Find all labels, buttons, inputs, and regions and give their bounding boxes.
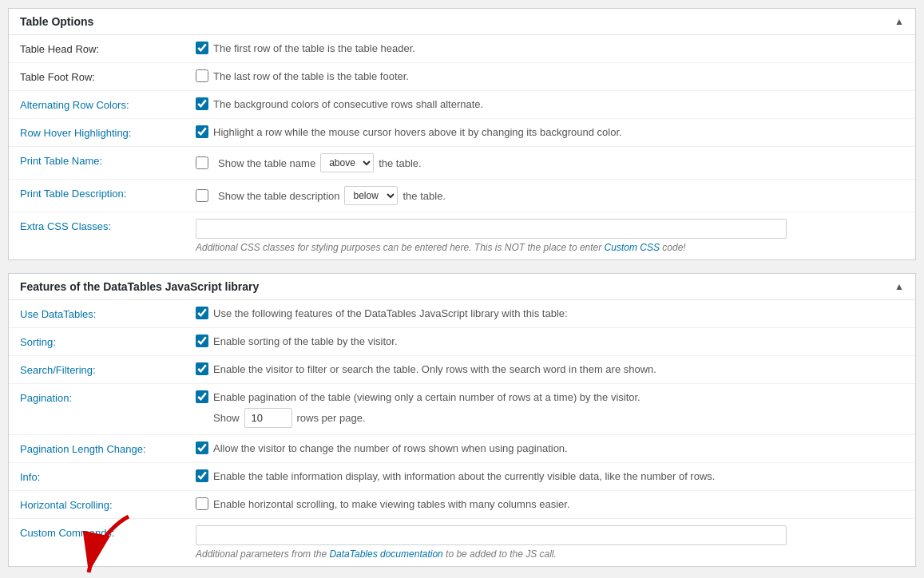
- label-css-classes: Extra CSS Classes:: [20, 219, 196, 232]
- label-custom-commands: Custom Commands:: [20, 525, 196, 539]
- checkbox-row-pagination: Enable pagination of the table (viewing …: [196, 390, 640, 403]
- option-row-pagination: Pagination: Enable pagination of the tab…: [9, 384, 915, 435]
- label-info: Info:: [20, 469, 196, 483]
- checkbox-table-foot[interactable]: [196, 69, 208, 82]
- content-custom-commands: Additional parameters from the DataTable…: [196, 525, 904, 560]
- text-search: Enable the visitor to filter or search t…: [213, 363, 656, 375]
- checkbox-pagination-length[interactable]: [196, 441, 208, 454]
- hint-custom-commands: Additional parameters from the DataTable…: [196, 548, 557, 560]
- table-options-section: Table Options ▲ Table Head Row: The firs…: [8, 8, 916, 260]
- option-row-print-desc: Print Table Description: Show the table …: [9, 180, 915, 212]
- text-print-desc-suffix: the table.: [403, 190, 446, 202]
- link-custom-css[interactable]: Custom CSS: [605, 242, 660, 253]
- checkbox-row-table-foot: The last row of the table is the table f…: [196, 69, 409, 82]
- label-print-name: Print Table Name:: [20, 153, 196, 167]
- text-pagination: Enable pagination of the table (viewing …: [213, 391, 640, 403]
- label-sorting: Sorting:: [20, 335, 196, 348]
- content-print-name: Show the table name above below the tabl…: [196, 153, 904, 172]
- content-css-classes: Additional CSS classes for styling purpo…: [196, 219, 904, 253]
- label-pagination-length: Pagination Length Change:: [20, 441, 196, 455]
- input-pagination-rows[interactable]: [244, 408, 292, 428]
- checkbox-row-search: Enable the visitor to filter or search t…: [196, 362, 656, 375]
- option-row-sorting: Sorting: Enable sorting of the table by …: [9, 328, 915, 356]
- option-row-table-head: Table Head Row: The first row of the tab…: [9, 35, 915, 63]
- option-row-search: Search/Filtering: Enable the visitor to …: [9, 356, 915, 384]
- checkbox-use-datatables[interactable]: [196, 307, 208, 319]
- checkbox-info[interactable]: [196, 469, 208, 482]
- checkbox-hover[interactable]: [196, 125, 208, 138]
- label-alt-colors: Alternating Row Colors:: [20, 97, 196, 111]
- option-row-hover: Row Hover Highlighting: Highlight a row …: [9, 119, 915, 147]
- text-sorting: Enable sorting of the table by the visit…: [213, 335, 398, 347]
- checkbox-row-info: Enable the table information display, wi…: [196, 469, 715, 482]
- content-sorting: Enable sorting of the table by the visit…: [196, 335, 904, 349]
- text-hover: Highlight a row while the mouse cursor h…: [213, 126, 622, 138]
- label-table-foot: Table Foot Row:: [20, 69, 196, 83]
- option-row-table-foot: Table Foot Row: The last row of the tabl…: [9, 63, 915, 91]
- text-use-datatables: Use the following features of the DataTa…: [213, 307, 568, 319]
- content-use-datatables: Use the following features of the DataTa…: [196, 307, 904, 321]
- checkbox-sorting[interactable]: [196, 335, 208, 347]
- hint-css-classes: Additional CSS classes for styling purpo…: [196, 242, 686, 253]
- checkbox-row-table-head: The first row of the table is the table …: [196, 42, 415, 54]
- input-custom-commands[interactable]: [196, 525, 787, 545]
- checkbox-hscroll[interactable]: [196, 497, 208, 510]
- label-use-datatables: Use DataTables:: [20, 307, 196, 320]
- page-wrapper: Table Options ▲ Table Head Row: The firs…: [0, 0, 924, 578]
- content-info: Enable the table information display, wi…: [196, 469, 904, 484]
- pagination-row: Enable pagination of the table (viewing …: [196, 390, 640, 428]
- table-options-toggle[interactable]: ▲: [894, 16, 904, 27]
- datatables-toggle[interactable]: ▲: [894, 281, 904, 292]
- table-options-title: Table Options: [20, 15, 93, 28]
- content-print-desc: Show the table description above below t…: [196, 186, 904, 205]
- text-info: Enable the table information display, wi…: [213, 470, 715, 482]
- checkbox-row-pagination-length: Allow the visitor to change the number o…: [196, 441, 568, 454]
- checkbox-table-head[interactable]: [196, 42, 208, 54]
- datatables-section: Features of the DataTables JavaScript li…: [8, 273, 916, 567]
- input-css-classes[interactable]: [196, 219, 787, 239]
- option-row-info: Info: Enable the table information displ…: [9, 463, 915, 491]
- table-options-body: Table Head Row: The first row of the tab…: [9, 35, 915, 259]
- label-pagination: Pagination:: [20, 390, 196, 404]
- text-table-foot: The last row of the table is the table f…: [213, 70, 409, 82]
- checkbox-row-alt-colors: The background colors of consecutive row…: [196, 97, 483, 110]
- checkbox-alt-colors[interactable]: [196, 97, 208, 110]
- inline-print-desc: Show the table description above below t…: [196, 186, 446, 205]
- text-print-name-suffix: the table.: [379, 157, 422, 169]
- content-search: Enable the visitor to filter or search t…: [196, 362, 904, 377]
- option-row-use-datatables: Use DataTables: Use the following featur…: [9, 300, 915, 328]
- option-row-css-classes: Extra CSS Classes: Additional CSS classe…: [9, 212, 915, 259]
- option-row-pagination-length: Pagination Length Change: Allow the visi…: [9, 435, 915, 463]
- content-hscroll: Enable horizontal scrolling, to make vie…: [196, 497, 904, 512]
- select-print-desc[interactable]: above below: [344, 186, 398, 205]
- table-options-header: Table Options ▲: [9, 9, 915, 35]
- text-pagination-suffix: rows per page.: [297, 412, 366, 424]
- text-pagination-length: Allow the visitor to change the number o…: [213, 442, 568, 454]
- label-hover: Row Hover Highlighting:: [20, 125, 196, 139]
- checkbox-row-hover: Highlight a row while the mouse cursor h…: [196, 125, 622, 138]
- content-table-head: The first row of the table is the table …: [196, 42, 904, 56]
- checkbox-row-sorting: Enable sorting of the table by the visit…: [196, 335, 398, 347]
- option-row-alt-colors: Alternating Row Colors: The background c…: [9, 91, 915, 119]
- option-row-hscroll: Horizontal Scrolling: Enable horizontal …: [9, 491, 915, 519]
- checkbox-print-desc[interactable]: [196, 189, 208, 202]
- select-print-name[interactable]: above below: [320, 153, 374, 172]
- option-row-print-name: Print Table Name: Show the table name ab…: [9, 147, 915, 180]
- content-pagination-length: Allow the visitor to change the number o…: [196, 441, 904, 456]
- text-hscroll: Enable horizontal scrolling, to make vie…: [213, 498, 570, 510]
- label-search: Search/Filtering:: [20, 362, 196, 376]
- datatables-body: Use DataTables: Use the following featur…: [9, 300, 915, 566]
- content-alt-colors: The background colors of consecutive row…: [196, 97, 904, 112]
- checkbox-row-hscroll: Enable horizontal scrolling, to make vie…: [196, 497, 570, 510]
- option-row-custom-commands: Custom Commands: Additional parameters f…: [9, 519, 915, 566]
- datatables-header: Features of the DataTables JavaScript li…: [9, 274, 915, 300]
- label-hscroll: Horizontal Scrolling:: [20, 497, 196, 511]
- label-print-desc: Print Table Description:: [20, 186, 196, 200]
- link-datatables-docs[interactable]: DataTables documentation: [329, 548, 442, 560]
- text-alt-colors: The background colors of consecutive row…: [213, 98, 483, 110]
- content-hover: Highlight a row while the mouse cursor h…: [196, 125, 904, 140]
- checkbox-print-name[interactable]: [196, 156, 208, 169]
- checkbox-search[interactable]: [196, 362, 208, 375]
- checkbox-pagination[interactable]: [196, 390, 208, 403]
- checkbox-row-use-datatables: Use the following features of the DataTa…: [196, 307, 568, 319]
